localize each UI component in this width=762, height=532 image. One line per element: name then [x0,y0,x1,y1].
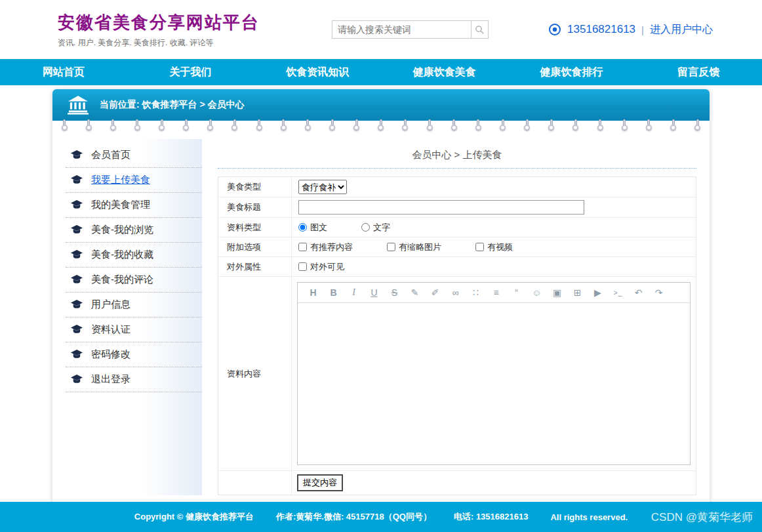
ring-row [52,119,710,139]
site-subtitle: 资讯. 用户. 美食分享. 美食排行. 收藏. 评论等 [58,37,260,49]
binder-ring [645,119,652,139]
nav-item-news[interactable]: 饮食资讯知识 [254,59,381,85]
member-sidebar: 会员首页 我要上传美食 我的美食管理 美食-我的浏览 美食-我的收藏 美食-我的… [66,139,202,495]
form-row-food-type: 美食类型 食疗食补 [218,177,696,197]
list-icon[interactable]: ∷ [466,287,486,298]
header-contact: 13516821613 | 进入用户中心 [548,23,713,37]
form-row-submit: 提交内容 [218,471,696,495]
page-header: 安徽省美食分享网站平台 资讯. 用户. 美食分享. 美食排行. 收藏. 评论等 … [0,0,762,59]
footer-copyright: Copyright © 健康饮食推荐平台 [134,511,254,523]
sidebar-item-my-comments[interactable]: 美食-我的评论 [66,268,202,293]
binder-ring [329,119,336,139]
main-nav: 网站首页 关于我们 饮食资讯知识 健康饮食美食 健康饮食排行 留言反馈 [0,59,762,85]
emoji-icon[interactable]: ☺ [527,287,547,298]
quote-icon[interactable]: “ [506,287,527,298]
binder-ring [158,119,166,139]
nav-item-home[interactable]: 网站首页 [0,59,127,85]
checkbox-option-recommended[interactable]: 有推荐内容 [298,241,353,253]
underline-icon[interactable]: U [364,287,384,298]
align-icon[interactable]: ≡ [486,287,506,298]
heading-icon[interactable]: H [303,287,323,298]
strikethrough-icon[interactable]: S [384,287,405,298]
radio-option-text[interactable]: 文字 [361,222,390,234]
sidebar-item-my-favorites[interactable]: 美食-我的收藏 [66,243,202,268]
content-card: 当前位置: 饮食推荐平台 > 会员中心 会员首页 我要上传美食 我的美食管理 美… [52,89,710,518]
sidebar-item-label: 密码修改 [91,348,130,361]
image-icon[interactable]: ▣ [547,287,567,298]
binder-ring [620,119,628,139]
brush-icon[interactable]: ✐ [425,287,445,298]
nav-item-healthy-food[interactable]: 健康饮食美食 [381,59,508,85]
search-bar [332,20,489,39]
checkbox-thumbnail[interactable] [387,243,395,251]
binder-ring [670,119,677,139]
binder-ring [401,119,409,139]
link-icon[interactable]: ∞ [445,287,466,298]
nav-item-ranking[interactable]: 健康饮食排行 [508,59,635,85]
cap-icon [71,375,83,384]
content-area: 会员首页 我要上传美食 我的美食管理 美食-我的浏览 美食-我的收藏 美食-我的… [52,139,710,501]
sidebar-item-user-info[interactable]: 用户信息 [66,293,202,317]
checkbox-video[interactable] [475,243,484,251]
search-icon [475,25,485,35]
binder-ring [548,119,555,139]
brand: 安徽省美食分享网站平台 资讯. 用户. 美食分享. 美食排行. 收藏. 评论等 [58,11,260,49]
sidebar-item-my-food-manage[interactable]: 我的美食管理 [66,193,202,218]
sidebar-item-certification[interactable]: 资料认证 [66,317,202,342]
radio-text[interactable] [361,223,370,232]
location-text: 当前位置: 饮食推荐平台 > 会员中心 [100,99,245,111]
content-textarea[interactable] [298,303,690,464]
binder-ring [109,119,117,139]
sidebar-item-my-views[interactable]: 美食-我的浏览 [66,218,202,243]
binder-ring [231,119,239,139]
pencil-icon[interactable]: ✎ [405,287,425,298]
binder-ring [85,119,92,139]
italic-icon[interactable]: I [344,287,364,298]
radio-option-image-text[interactable]: 图文 [298,222,327,234]
checkbox-option-thumbnail[interactable]: 有缩略图片 [387,241,441,253]
video-icon[interactable]: ▶ [588,287,608,298]
binder-ring [499,119,507,139]
checkbox-option-video[interactable]: 有视频 [475,241,513,253]
search-button[interactable] [471,20,489,39]
checkbox-recommended[interactable] [298,243,307,251]
radio-image-text[interactable] [298,223,307,232]
cap-icon [71,175,83,185]
food-type-select[interactable]: 食疗食补 [298,180,347,194]
sidebar-item-upload-food[interactable]: 我要上传美食 [66,168,202,193]
nav-item-feedback[interactable]: 留言反馈 [635,59,762,85]
cap-icon [71,150,83,160]
checkbox-option-public[interactable]: 对外可见 [298,261,344,273]
cap-icon [71,225,83,235]
user-center-link[interactable]: 进入用户中心 [650,23,713,37]
sidebar-item-change-password[interactable]: 密码修改 [66,342,202,367]
sidebar-item-logout[interactable]: 退出登录 [66,367,202,392]
undo-icon[interactable]: ↶ [628,287,649,298]
redo-icon[interactable]: ↷ [649,287,669,298]
bold-icon[interactable]: B [323,287,344,298]
institution-icon [67,95,89,115]
nav-item-about[interactable]: 关于我们 [127,59,254,85]
phone-target-icon [548,23,561,36]
sidebar-item-label: 我的美食管理 [91,199,150,211]
binder-ring [474,119,482,139]
sidebar-item-member-home[interactable]: 会员首页 [66,143,202,168]
table-icon[interactable]: ⊞ [567,287,588,298]
submit-button[interactable]: 提交内容 [297,474,343,491]
binder-ring [426,119,433,139]
form-row-extra-options: 附加选项 有推荐内容 有缩略图片 有视频 [218,237,696,257]
binder-ring [694,119,702,139]
submit-label-cell [218,471,292,495]
upload-form: 美食类型 食疗食补 美食标题 资料类型 [218,176,696,495]
main-panel: 会员中心 > 上传美食 美食类型 食疗食补 美食标题 [202,139,696,495]
binder-ring [450,119,458,139]
food-title-input[interactable] [298,200,584,215]
checkbox-public-visible[interactable] [298,262,307,271]
cap-icon [71,250,83,260]
header-phone: 13516821613 [567,23,635,36]
sidebar-item-label: 会员首页 [91,149,130,161]
terminal-icon[interactable]: >_ [608,289,628,297]
location-bar: 当前位置: 饮食推荐平台 > 会员中心 [52,89,710,121]
search-input[interactable] [332,20,471,39]
binder-ring [304,119,311,139]
